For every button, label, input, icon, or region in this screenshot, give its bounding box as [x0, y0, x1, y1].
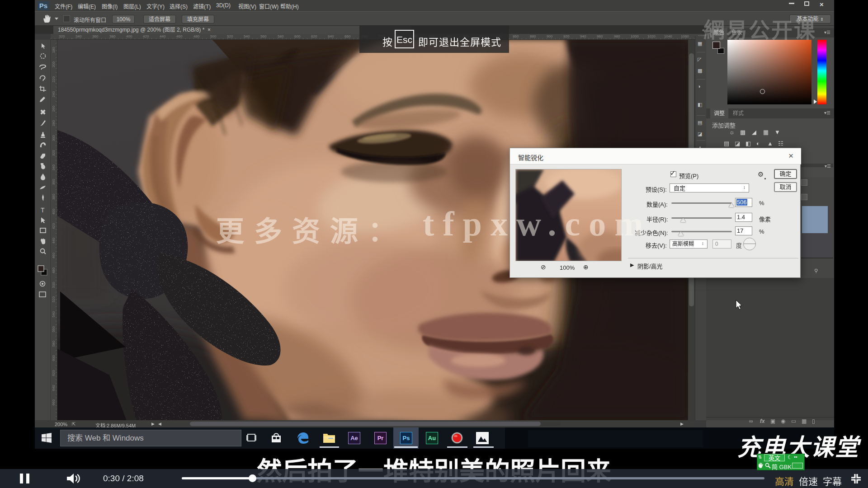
svg-text:T: T — [41, 206, 45, 214]
